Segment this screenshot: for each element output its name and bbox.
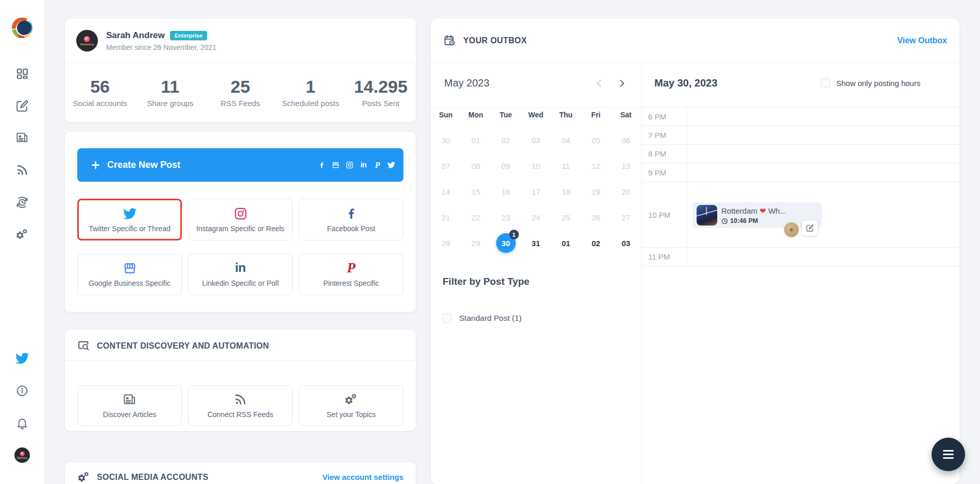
stat-scheduled-posts: 1Scheduled posts <box>276 77 346 107</box>
calendar-week-row: 282930131010203 <box>431 230 641 256</box>
calendar-month-label: May 2023 <box>444 77 489 89</box>
calendar-day-15[interactable]: 15 <box>461 179 491 204</box>
calendar-day-04[interactable]: 04 <box>551 127 581 153</box>
contentstudio-logo-icon[interactable] <box>12 18 32 38</box>
post-type-facebook-post[interactable]: Facebook Post <box>299 199 403 240</box>
time-slot-8-pm[interactable]: 8 PM <box>642 144 959 163</box>
view-account-settings-link[interactable]: View account settings <box>323 473 403 481</box>
calendar-weeks: 3001020304050607080910111213141516171819… <box>431 127 641 256</box>
outbox-card: YOUR OUTBOX View Outbox May 2023 SunMonT… <box>431 19 959 484</box>
calendar-day-19[interactable]: 19 <box>581 179 611 204</box>
sidebar-item-info[interactable] <box>15 384 29 397</box>
day-grid: Rotterdam ❤ Wh... 10:46 PM 6 PM7 PM8 PM9… <box>642 107 959 272</box>
accounts-card: SOCIAL MEDIA ACCOUNTS View account setti… <box>65 462 416 484</box>
weekday-label: Mon <box>461 111 491 119</box>
calendar-day-30[interactable]: 30 <box>431 127 461 153</box>
dashboard-icon <box>15 67 29 80</box>
calendar-day-01[interactable]: 01 <box>461 127 491 153</box>
calendar-day-12[interactable]: 12 <box>581 153 611 179</box>
discovery-card: CONTENT DISCOVERY AND AUTOMATION Discove… <box>65 330 416 431</box>
avatar-bulb-icon <box>84 36 90 42</box>
calendar-day-21[interactable]: 21 <box>431 204 461 230</box>
post-type-google-business-specific[interactable]: Google Business Specific <box>77 253 182 295</box>
calendar-week-row: 21222324252627 <box>431 204 641 230</box>
sidebar-item-articles[interactable] <box>15 131 29 144</box>
sidebar-item-rss[interactable] <box>15 163 29 177</box>
twitter-icon <box>123 207 137 220</box>
linkedin-icon: in <box>360 161 367 169</box>
calendar-day-08[interactable]: 08 <box>461 153 491 179</box>
calendar-day-03[interactable]: 03 <box>521 127 551 153</box>
menu-fab-button[interactable] <box>932 438 965 471</box>
time-slot-6-pm[interactable]: 6 PM <box>642 107 959 126</box>
time-label: 7 PM <box>648 131 666 140</box>
twitter-icon <box>15 352 29 365</box>
calendar-day-10[interactable]: 10 <box>521 153 551 179</box>
calendar-day-23[interactable]: 23 <box>491 204 521 230</box>
calendar-day-13[interactable]: 13 <box>611 153 641 179</box>
sidebar-item-dashboard[interactable] <box>15 67 29 80</box>
edit-post-button[interactable] <box>802 220 818 236</box>
avatar-label: Marketing <box>17 457 27 459</box>
calendar-day-18[interactable]: 18 <box>551 179 581 204</box>
post-type-twitter-specific-or-thread[interactable]: Twitter Specific or Thread <box>77 199 182 240</box>
connect-rss-feeds-button[interactable]: Connect RSS Feeds <box>188 385 293 426</box>
stat-share-groups: 11Share groups <box>135 77 205 107</box>
calendar-day-25[interactable]: 25 <box>551 204 581 230</box>
calendar-day-28[interactable]: 28 <box>431 230 461 256</box>
sidebar-item-twitter[interactable] <box>15 352 29 365</box>
calendar-day-16[interactable]: 16 <box>491 179 521 204</box>
day-view-pane: May 30, 2023 Show only posting hours Rot… <box>642 62 959 484</box>
facebook-icon <box>318 161 326 169</box>
post-type-instagram-specific-or-reels[interactable]: Instagram Specific or Reels <box>188 199 293 240</box>
chevron-right-icon[interactable] <box>617 78 627 89</box>
sidebar-item-bell[interactable] <box>15 417 29 430</box>
calendar-day-01[interactable]: 01 <box>551 230 581 256</box>
calendar-day-20[interactable]: 20 <box>611 179 641 204</box>
calendar-day-17[interactable]: 17 <box>521 179 551 204</box>
calendar-day-24[interactable]: 24 <box>521 204 551 230</box>
calendar-day-09[interactable]: 09 <box>491 153 521 179</box>
post-type-label: Facebook Post <box>327 224 375 233</box>
sidebar-item-compose[interactable] <box>15 99 29 113</box>
calendar-day-31[interactable]: 31 <box>521 230 551 256</box>
show-posting-hours-checkbox[interactable] <box>821 78 830 88</box>
calendar-day-02[interactable]: 02 <box>581 230 611 256</box>
calendar-day-30[interactable]: 301 <box>491 230 521 256</box>
standard-post-checkbox[interactable] <box>443 314 452 323</box>
calendar-day-27[interactable]: 27 <box>611 204 641 230</box>
calendar-day-02[interactable]: 02 <box>491 127 521 153</box>
view-outbox-link[interactable]: View Outbox <box>897 36 947 45</box>
time-slot-7-pm[interactable]: 7 PM <box>642 126 959 144</box>
calendar-day-03[interactable]: 03 <box>611 230 641 256</box>
calendar-day-14[interactable]: 14 <box>431 179 461 204</box>
post-type-linkedin-specific-or-poll[interactable]: inLinkedin Specific or Poll <box>188 253 293 295</box>
set-your-topics-button[interactable]: Set your Topics <box>299 385 403 426</box>
stat-value: 25 <box>205 77 275 97</box>
posting-hours-label: Show only posting hours <box>836 79 920 88</box>
member-since: Member since 26 November, 2021 <box>106 43 216 51</box>
post-thumbnail <box>697 205 717 226</box>
outbox-calendar-icon <box>443 34 456 47</box>
compose-card: Create New Post inP Twitter Specific or … <box>65 132 416 312</box>
facebook-icon <box>345 207 358 220</box>
sidebar-item-planner[interactable] <box>15 196 29 209</box>
calendar-day-22[interactable]: 22 <box>461 204 491 230</box>
calendar-day-05[interactable]: 05 <box>581 127 611 153</box>
sidebar-user-avatar[interactable]: Marketing <box>14 447 30 463</box>
chevron-left-icon[interactable] <box>594 78 604 89</box>
weekday-label: Sun <box>431 111 461 119</box>
post-type-pinterest-specific[interactable]: PPinterest Specific <box>299 253 403 295</box>
calendar-day-26[interactable]: 26 <box>581 204 611 230</box>
sidebar-item-settings-gears[interactable] <box>15 228 29 241</box>
calendar-day-06[interactable]: 06 <box>611 127 641 153</box>
calendar-day-11[interactable]: 11 <box>551 153 581 179</box>
discover-articles-button[interactable]: Discover Articles <box>77 385 182 426</box>
create-new-post-button[interactable]: Create New Post inP <box>77 148 403 182</box>
time-slot-11-pm[interactable]: 11 PM <box>642 247 959 266</box>
post-type-label: Google Business Specific <box>89 279 171 287</box>
filter-option-label: Standard Post (1) <box>459 314 521 323</box>
time-slot-9-pm[interactable]: 9 PM <box>642 163 959 182</box>
calendar-day-07[interactable]: 07 <box>431 153 461 179</box>
calendar-day-29[interactable]: 29 <box>461 230 491 256</box>
